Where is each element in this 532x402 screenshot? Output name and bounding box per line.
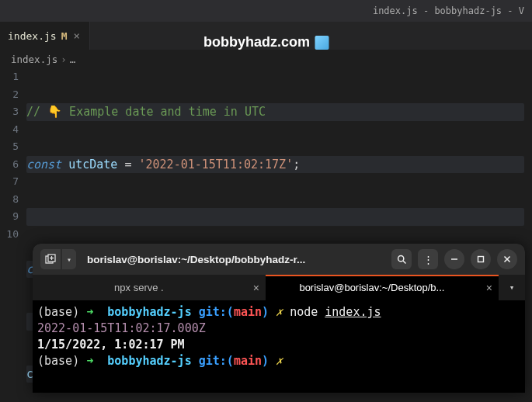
tab-filename: index.js [8,30,57,42]
new-tab-icon [45,254,56,265]
watermark: bobbyhadz.com [203,34,329,50]
chevron-right-icon: › [61,54,67,65]
terminal-tab-2[interactable]: borislav@borislav:~/Desktop/b... × [266,275,499,300]
terminal-title: borislav@borislav:~/Desktop/bobbyhadz-r.… [82,254,385,265]
breadcrumb-file: index.js [11,54,57,65]
close-icon[interactable]: × [486,282,492,294]
terminal-tabs: npx serve . × borislav@borislav:~/Deskto… [33,275,525,301]
tab-modified-marker: M [61,30,68,42]
svg-line-5 [403,261,406,264]
code-line-1: // 👇 Example date and time in UTC [26,103,524,121]
code-line-2: const utcDate = '2022-01-15T11:02:17Z'; [26,156,524,174]
maximize-icon [477,255,485,263]
search-icon [397,255,407,265]
svg-rect-7 [478,257,484,262]
terminal-tab-1[interactable]: npx serve . × [33,275,266,300]
terminal-close-button[interactable] [497,249,517,269]
code-line-3 [26,208,524,226]
window-titlebar: index.js - bobbyhadz-js - V [0,0,532,22]
window-title: index.js - bobbyhadz-js - V [373,5,524,16]
line-gutter: 1 2 3 4 5 6 7 8 9 10 [0,68,26,402]
breadcrumb[interactable]: index.js › … [0,50,532,68]
terminal-window: ▾ borislav@borislav:~/Desktop/bobbyhadz-… [33,244,525,393]
terminal-menu-button[interactable]: ⋮ [418,249,438,269]
terminal-new-tab-dropdown[interactable]: ▾ [62,249,76,269]
svg-point-4 [398,255,403,261]
terminal-minimize-button[interactable] [444,249,464,269]
terminal-output-local: 1/15/2022, 1:02:17 PM [37,338,185,352]
chevron-down-icon: ▾ [509,282,515,293]
terminal-output-timestamp: 2022-01-15T11:02:17.000Z [37,321,206,335]
watermark-text: bobbyhadz.com [203,34,310,50]
terminal-search-button[interactable] [391,249,412,269]
close-icon[interactable]: × [71,29,81,42]
terminal-new-tab-button[interactable] [40,249,61,269]
breadcrumb-rest: … [70,54,76,65]
tab-index-js[interactable]: index.js M × [0,22,90,50]
kebab-icon: ⋮ [423,254,433,265]
cube-icon [315,36,329,50]
terminal-maximize-button[interactable] [471,249,491,269]
terminal-titlebar[interactable]: ▾ borislav@borislav:~/Desktop/bobbyhadz-… [33,244,525,275]
close-icon[interactable]: × [253,282,259,294]
minimize-icon [450,255,458,263]
chevron-down-icon: ▾ [67,255,71,264]
terminal-tabs-dropdown[interactable]: ▾ [499,275,525,300]
terminal-body[interactable]: (base) ➜ bobbyhadz-js git:(main) ✗ node … [33,301,525,373]
close-icon [503,255,511,263]
